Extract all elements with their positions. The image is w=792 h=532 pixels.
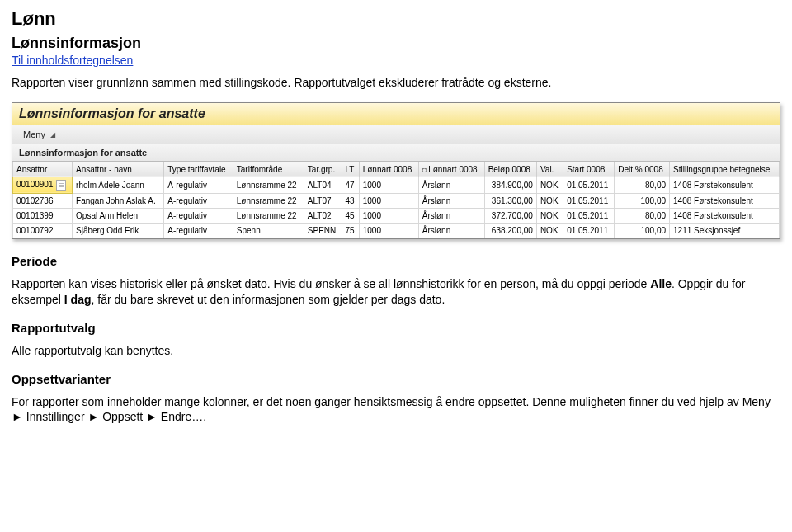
cell-name: Fangan John Aslak A. <box>73 193 164 208</box>
cell-stilling: 1211 Seksjonssjef <box>670 223 780 238</box>
cell-delt: 100,00 <box>615 223 670 238</box>
table-row[interactable]: 00100901rholm Adele JoannA-regulativLønn… <box>13 177 780 193</box>
table-column-header[interactable]: LT <box>342 162 359 177</box>
cell-val: NOK <box>536 177 563 193</box>
cell-ansattnr: 00100792 <box>13 223 73 238</box>
cell-start: 01.05.2011 <box>563 223 615 238</box>
cell-val: NOK <box>536 193 563 208</box>
table-row[interactable]: 00102736Fangan John Aslak A.A-regulativL… <box>13 193 780 208</box>
report-screenshot: Lønnsinformasjon for ansatte Meny ◢ Lønn… <box>12 102 780 239</box>
cell-stilling: 1408 Førstekonsulent <box>670 193 780 208</box>
cell-belop: 361.300,00 <box>484 193 536 208</box>
section-heading-rapportutvalg: Rapportutvalg <box>12 321 780 335</box>
cell-lonnart2: Årslønn <box>418 177 484 193</box>
cell-belop: 384.900,00 <box>484 177 536 193</box>
page-title: Lønn <box>12 8 780 30</box>
table-column-header[interactable]: Type tariffavtale <box>164 162 233 177</box>
table-column-header[interactable]: Lønnart 0008 <box>359 162 418 177</box>
rapportutvalg-paragraph: Alle rapportutvalg kan benyttes. <box>12 343 780 359</box>
cell-ansattnr: 00102736 <box>13 193 73 208</box>
table-row[interactable]: 00100792Sjåberg Odd ErikA-regulativSpenn… <box>13 223 780 238</box>
cell-name: Opsal Ann Helen <box>73 208 164 223</box>
cell-name: Sjåberg Odd Erik <box>73 223 164 238</box>
periode-paragraph: Rapporten kan vises historisk eller på ø… <box>12 276 780 308</box>
table-column-header[interactable]: Tar.grp. <box>304 162 342 177</box>
cell-lonnart1: 1000 <box>359 223 418 238</box>
table-row[interactable]: 00101399Opsal Ann HelenA-regulativLønnsr… <box>13 208 780 223</box>
report-subtitle: Lønnsinformasjon for ansatte <box>12 144 780 162</box>
table-column-header[interactable]: Stillingsgruppe betegnelse <box>670 162 780 177</box>
table-column-header[interactable]: Ansattnr <box>13 162 73 177</box>
cell-type: A-regulativ <box>164 177 233 193</box>
table-column-header[interactable]: Tariffområde <box>233 162 304 177</box>
intro-paragraph: Rapporten viser grunnlønn sammen med sti… <box>12 75 780 91</box>
cell-belop: 372.700,00 <box>484 208 536 223</box>
cell-targrp: ALT07 <box>304 193 342 208</box>
report-table: AnsattnrAnsattnr - navnType tariffavtale… <box>12 162 780 238</box>
table-column-header[interactable]: ◘Lønnart 0008 <box>418 162 484 177</box>
table-column-header[interactable]: Start 0008 <box>563 162 615 177</box>
cell-lonnart2: Årslønn <box>418 193 484 208</box>
cell-start: 01.05.2011 <box>563 208 615 223</box>
cell-delt: 80,00 <box>615 177 670 193</box>
cell-lt: 75 <box>342 223 359 238</box>
cell-type: A-regulativ <box>164 223 233 238</box>
cell-targrp: ALT02 <box>304 208 342 223</box>
cell-targrp: SPENN <box>304 223 342 238</box>
cell-belop: 638.200,00 <box>484 223 536 238</box>
report-window-title: Lønnsinformasjon for ansatte <box>12 103 780 125</box>
cell-lonnart1: 1000 <box>359 208 418 223</box>
table-column-header[interactable]: Delt.% 0008 <box>615 162 670 177</box>
cell-name: rholm Adele Joann <box>73 177 164 193</box>
cell-delt: 80,00 <box>615 208 670 223</box>
cell-stilling: 1408 Førstekonsulent <box>670 177 780 193</box>
cell-lt: 47 <box>342 177 359 193</box>
oppsett-paragraph: For rapporter som inneholder mange kolon… <box>12 394 780 426</box>
cell-start: 01.05.2011 <box>563 177 615 193</box>
cell-stilling: 1408 Førstekonsulent <box>670 208 780 223</box>
cell-lonnart1: 1000 <box>359 177 418 193</box>
toc-link[interactable]: Til innholdsfortegnelsen <box>12 54 133 67</box>
menu-button-label: Meny <box>23 129 45 139</box>
cell-type: A-regulativ <box>164 208 233 223</box>
table-header-row: AnsattnrAnsattnr - navnType tariffavtale… <box>13 162 780 177</box>
cell-type: A-regulativ <box>164 193 233 208</box>
table-column-header[interactable]: Ansattnr - navn <box>73 162 164 177</box>
cell-tariffomrade: Lønnsramme 22 <box>233 193 304 208</box>
cell-lonnart1: 1000 <box>359 193 418 208</box>
table-column-header[interactable]: Beløp 0008 <box>484 162 536 177</box>
cell-tariffomrade: Spenn <box>233 223 304 238</box>
cell-lonnart2: Årslønn <box>418 208 484 223</box>
section-heading-lonnsinfo: Lønnsinformasjon <box>12 35 780 52</box>
cell-tariffomrade: Lønnsramme 22 <box>233 177 304 193</box>
cell-lt: 43 <box>342 193 359 208</box>
menu-button[interactable]: Meny ◢ <box>17 128 63 141</box>
pin-icon: ◘ <box>422 166 427 174</box>
section-heading-oppsett: Oppsettvarianter <box>12 372 780 386</box>
cell-val: NOK <box>536 223 563 238</box>
cell-targrp: ALT04 <box>304 177 342 193</box>
cell-lonnart2: Årslønn <box>418 223 484 238</box>
section-heading-periode: Periode <box>12 254 780 268</box>
cell-ansattnr: 00101399 <box>13 208 73 223</box>
document-icon <box>56 180 66 191</box>
cell-delt: 100,00 <box>615 193 670 208</box>
cell-val: NOK <box>536 208 563 223</box>
chevron-down-icon: ◢ <box>50 131 55 139</box>
cell-lt: 45 <box>342 208 359 223</box>
cell-start: 01.05.2011 <box>563 193 615 208</box>
report-menubar: Meny ◢ <box>12 125 780 144</box>
cell-tariffomrade: Lønnsramme 22 <box>233 208 304 223</box>
table-column-header[interactable]: Val. <box>536 162 563 177</box>
cell-ansattnr: 00100901 <box>13 177 73 193</box>
